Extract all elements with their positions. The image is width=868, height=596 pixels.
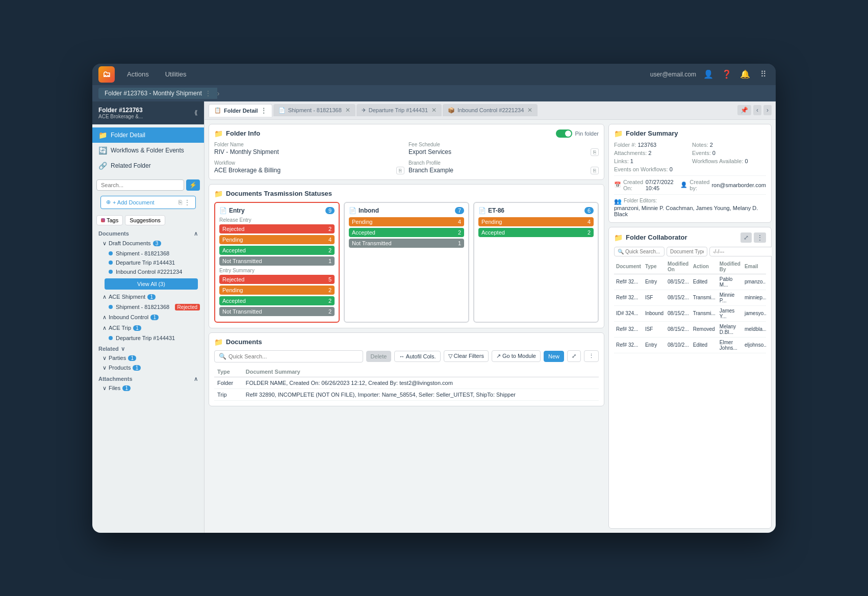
entry-rejected-badge[interactable]: Rejected 2	[219, 224, 335, 234]
collab-search-input[interactable]	[625, 249, 661, 254]
tab-options-icon[interactable]: ⋮	[261, 107, 267, 114]
transmission-title-text: Documents Trasmission Statuses	[226, 190, 332, 197]
folder-name-value: RIV - Monthly Shipment	[214, 148, 404, 156]
more-options-button[interactable]: ⋮	[584, 350, 599, 362]
collab-table-row[interactable]: Ref# 32...Entry08/15/2...EditedPablo M..…	[614, 274, 766, 290]
collab-table-row[interactable]: Ref# 32...Entry08/10/2...EditedElmer Joh…	[614, 337, 766, 353]
row-summary: Ref# 32890, INCOMPLETE (NOT ON FILE), Im…	[243, 388, 599, 400]
collab-table-row[interactable]: Ref# 32...ISF08/15/2...RemovedMelany D.B…	[614, 321, 766, 337]
sidebar-collapse-icon[interactable]: ⟪	[194, 109, 198, 116]
suggestions-tab[interactable]: Suggestions	[125, 215, 165, 225]
tab-departure[interactable]: ✈ Departure Trip #144431 ✕	[356, 104, 442, 116]
sidebar-item-related-folder[interactable]: 🔗 Related Folder	[92, 158, 204, 173]
tags-tab[interactable]: Tags	[96, 215, 123, 225]
delete-button[interactable]: Delete	[366, 351, 392, 362]
tab-close-icon[interactable]: ✕	[527, 107, 532, 114]
draft-item-departure[interactable]: Departure Trip #144431	[98, 258, 204, 267]
draft-documents-header[interactable]: ∨ Draft Documents 3	[98, 238, 204, 249]
parties-item[interactable]: ∨ Parties 1	[92, 353, 204, 363]
collab-cell-action: Removed	[691, 321, 718, 337]
collab-table-row[interactable]: Ref# 32...ISF08/15/2...Transmi...Minnie …	[614, 290, 766, 305]
ace-shipment-item[interactable]: Shipment - 81821368 Rejected	[98, 302, 204, 312]
tab-inbound[interactable]: 📦 Inbound Control #2221234 ✕	[443, 104, 538, 116]
pin-label: Pin folder	[575, 131, 599, 137]
attachments-value: 2	[648, 150, 651, 156]
et86-pending-badge[interactable]: Pending 4	[478, 217, 594, 226]
inbound-not-transmitted-badge[interactable]: Not Transmitted 1	[349, 239, 464, 248]
entry-pending-badge[interactable]: Pending 4	[219, 235, 335, 244]
table-row[interactable]: Folder FOLDER NAME, Created On: 06/26/20…	[214, 377, 599, 388]
attachments-toggle[interactable]: ∧	[194, 376, 198, 382]
more-icon[interactable]: ⋮	[184, 199, 190, 206]
tab-action-right[interactable]: ›	[763, 105, 772, 115]
add-document-button[interactable]: ⊕ + Add Document ⎘ ⋮	[100, 196, 196, 209]
copy-icon[interactable]: ⎘	[178, 199, 182, 206]
breadcrumb[interactable]: Folder #123763 - Monthly Shipment ⋮	[98, 88, 217, 99]
ace-trip-item[interactable]: Departure Trip #144431	[98, 333, 204, 343]
draft-item-inbound[interactable]: Inbound Control #2221234	[98, 267, 204, 276]
files-item[interactable]: ∨ Files 1	[92, 383, 204, 393]
tab-close-icon[interactable]: ✕	[431, 107, 437, 114]
actions-nav[interactable]: Actions	[123, 68, 153, 80]
date-input[interactable]	[709, 247, 772, 256]
workflow-label: Workflow	[214, 160, 404, 166]
collab-cell-modified_by: Melany D.Bl...	[718, 321, 743, 337]
summary-accepted-badge[interactable]: Accepted 2	[219, 296, 335, 305]
docs-search-input[interactable]	[228, 353, 359, 359]
ace-trip-header[interactable]: ∧ ACE Trip 1	[98, 323, 204, 333]
inbound-control-header[interactable]: ∧ Inbound Control 1	[98, 312, 204, 323]
tab-shipment[interactable]: 📄 Shipment - 81821368 ✕	[273, 104, 355, 116]
inbound-accepted-badge[interactable]: Accepted 2	[349, 228, 464, 237]
docs-title-text: Documents	[226, 338, 262, 346]
summary-not-transmitted-badge[interactable]: Not Transmitted 2	[219, 307, 335, 316]
pin-toggle[interactable]: Pin folder	[556, 129, 599, 138]
sidebar: Folder #123763 ACE Brokerage &... ⟪ 📁 Fo…	[92, 101, 205, 533]
expand-button[interactable]: ⤢	[567, 350, 581, 362]
tab-action-left[interactable]: ‹	[753, 105, 761, 115]
user-email: user@email.com	[650, 71, 696, 78]
et86-accepted-badge[interactable]: Accepted 2	[478, 228, 594, 237]
folder-info-header: 📁 Folder Info Pin folder	[214, 129, 599, 138]
expand-collab-button[interactable]: ⤢	[741, 232, 752, 243]
doc-status-dot	[109, 336, 113, 340]
grid-icon[interactable]: ⠿	[757, 68, 770, 81]
table-row[interactable]: Trip Ref# 32890, INCOMPLETE (NOT ON FILE…	[214, 388, 599, 400]
view-all-button[interactable]: View All (3)	[105, 278, 198, 290]
notification-icon[interactable]: 🔔	[739, 68, 751, 81]
documents-toggle[interactable]: ∧	[194, 230, 198, 237]
sidebar-item-workflows[interactable]: 🔄 Workflows & Folder Events	[92, 143, 204, 158]
copy-fee-button[interactable]: ⎘	[591, 148, 599, 156]
tab-bar-actions: 📌 ‹ ›	[737, 105, 772, 115]
entry-accepted-badge[interactable]: Accepted 2	[219, 246, 335, 255]
pin-switch[interactable]	[556, 129, 572, 138]
autofil-button[interactable]: ↔ Autofil Cols.	[394, 351, 440, 362]
collab-cell-document: ID# 324...	[614, 305, 643, 321]
new-document-button[interactable]: New	[544, 351, 564, 362]
copy-branch-button[interactable]: ⎘	[591, 167, 599, 174]
copy-workflow-button[interactable]: ⎘	[396, 167, 404, 174]
clear-filters-button[interactable]: ▽ Clear Filters	[444, 350, 489, 362]
help-icon[interactable]: ❓	[721, 68, 733, 81]
collab-table-row[interactable]: ID# 324...Inbound08/15/2...Transmi...Jam…	[614, 305, 766, 321]
collab-more-button[interactable]: ⋮	[754, 232, 766, 243]
summary-rejected-badge[interactable]: Rejected 5	[219, 275, 335, 284]
doc-type-input[interactable]	[667, 247, 707, 256]
draft-item-shipment[interactable]: Shipment - 81821368	[98, 249, 204, 258]
user-icon[interactable]: 👤	[702, 68, 714, 81]
tab-action-pin[interactable]: 📌	[737, 105, 751, 115]
utilities-nav[interactable]: Utilities	[161, 68, 191, 80]
inbound-pending-badge[interactable]: Pending 4	[349, 217, 464, 226]
filter-button[interactable]: ⚡	[186, 179, 200, 191]
related-header[interactable]: Related ∨	[92, 343, 204, 353]
products-item[interactable]: ∨ Products 1	[92, 363, 204, 373]
tab-folder-detail[interactable]: 📋 Folder Detail ⋮	[209, 104, 272, 117]
entry-not-transmitted-badge[interactable]: Not Transmitted 1	[219, 256, 335, 266]
sidebar-item-folder-detail[interactable]: 📁 Folder Detail	[92, 127, 204, 143]
summary-pending-badge[interactable]: Pending 2	[219, 286, 335, 295]
tab-close-icon[interactable]: ✕	[345, 107, 350, 114]
breadcrumb-menu-icon[interactable]: ⋮	[205, 90, 211, 97]
go-to-module-button[interactable]: ↗ Go to Module	[492, 350, 541, 362]
search-input[interactable]	[96, 179, 184, 191]
collab-cell-email: pmanzo...	[743, 274, 766, 290]
ace-shipment-header[interactable]: ∧ ACE Shipment 1	[98, 292, 204, 302]
